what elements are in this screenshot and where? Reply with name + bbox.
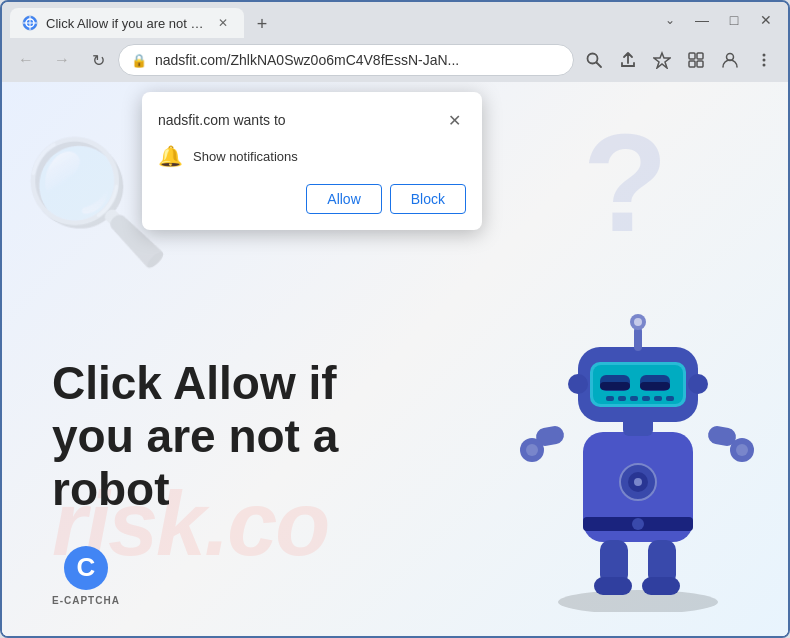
address-bar: ← → ↻ 🔒 nadsfit.com/ZhlkNA0Swz0o6mC4V8fE…: [2, 38, 788, 82]
svg-point-14: [763, 64, 766, 67]
ecaptcha-logo: C E-CAPTCHA: [52, 543, 120, 606]
menu-icon[interactable]: [748, 44, 780, 76]
lock-icon: 🔒: [131, 53, 147, 68]
window-controls: ⌄ — □ ✕: [656, 6, 780, 34]
url-text: nadsfit.com/ZhlkNA0Swz0o6mC4V8fEssN-JaN.…: [155, 52, 561, 68]
bell-icon: 🔔: [158, 144, 183, 168]
popup-close-button[interactable]: ✕: [442, 108, 466, 132]
ecaptcha-label: E-CAPTCHA: [52, 595, 120, 606]
svg-rect-8: [697, 53, 703, 59]
question-watermark: ?: [582, 102, 668, 264]
svg-rect-46: [634, 327, 642, 351]
ecaptcha-icon: C: [61, 543, 111, 593]
block-button[interactable]: Block: [390, 184, 466, 214]
svg-rect-40: [606, 396, 614, 401]
url-bar[interactable]: 🔒 nadsfit.com/ZhlkNA0Swz0o6mC4V8fEssN-Ja…: [118, 44, 574, 76]
svg-point-51: [526, 444, 538, 456]
allow-button[interactable]: Allow: [306, 184, 381, 214]
popup-notification-row: 🔔 Show notifications: [158, 144, 466, 168]
svg-rect-31: [642, 577, 680, 595]
toolbar-icons: [578, 44, 780, 76]
svg-point-27: [632, 518, 644, 530]
new-tab-button[interactable]: +: [248, 10, 276, 38]
bookmark-icon[interactable]: [646, 44, 678, 76]
popup-buttons: Allow Block: [158, 184, 466, 214]
svg-point-50: [688, 374, 708, 394]
svg-rect-10: [697, 61, 703, 67]
svg-point-52: [736, 444, 748, 456]
content-area: 🔍 ? risk.co Click Allow if you are not a…: [2, 82, 788, 636]
svg-text:C: C: [77, 552, 96, 582]
svg-rect-30: [594, 577, 632, 595]
svg-marker-6: [654, 53, 670, 68]
browser-window: Click Allow if you are not a robot ✕ + ⌄…: [0, 0, 790, 638]
popup-title: nadsfit.com wants to: [158, 112, 286, 128]
close-button[interactable]: ✕: [752, 6, 780, 34]
maximize-button[interactable]: □: [720, 6, 748, 34]
svg-rect-44: [654, 396, 662, 401]
robot-svg: [518, 272, 758, 612]
main-heading: Click Allow if you are not a robot: [52, 357, 338, 516]
heading-line1: Click Allow if: [52, 357, 337, 409]
profile-icon[interactable]: [714, 44, 746, 76]
tab-close-button[interactable]: ✕: [214, 14, 232, 32]
extensions-icon[interactable]: [680, 44, 712, 76]
notification-text: Show notifications: [193, 149, 298, 164]
heading-line3: robot: [52, 463, 170, 515]
back-button[interactable]: ←: [10, 44, 42, 76]
tab-title: Click Allow if you are not a robot: [46, 16, 206, 31]
tab-favicon: [22, 15, 38, 31]
chevron-button[interactable]: ⌄: [656, 6, 684, 34]
forward-button[interactable]: →: [46, 44, 78, 76]
search-icon[interactable]: [578, 44, 610, 76]
svg-rect-43: [642, 396, 650, 401]
svg-point-17: [558, 590, 718, 612]
minimize-button[interactable]: —: [688, 6, 716, 34]
svg-point-25: [634, 478, 642, 486]
tab-area: Click Allow if you are not a robot ✕ +: [10, 2, 648, 38]
heading-line2: you are not a: [52, 410, 338, 462]
svg-point-13: [763, 59, 766, 62]
svg-rect-39: [640, 382, 670, 390]
svg-point-12: [763, 54, 766, 57]
reload-button[interactable]: ↻: [82, 44, 114, 76]
svg-rect-45: [666, 396, 674, 401]
svg-rect-9: [689, 61, 695, 67]
svg-rect-7: [689, 53, 695, 59]
share-icon[interactable]: [612, 44, 644, 76]
main-text-block: Click Allow if you are not a robot: [52, 357, 338, 516]
notification-popup: nadsfit.com wants to ✕ 🔔 Show notificati…: [142, 92, 482, 230]
title-bar: Click Allow if you are not a robot ✕ + ⌄…: [2, 2, 788, 38]
svg-point-49: [568, 374, 588, 394]
svg-line-5: [597, 63, 602, 68]
svg-rect-41: [618, 396, 626, 401]
svg-rect-42: [630, 396, 638, 401]
page-background: 🔍 ? risk.co Click Allow if you are not a…: [2, 82, 788, 636]
svg-point-48: [634, 318, 642, 326]
popup-header: nadsfit.com wants to ✕: [158, 108, 466, 132]
active-tab[interactable]: Click Allow if you are not a robot ✕: [10, 8, 244, 38]
svg-rect-38: [600, 382, 630, 390]
robot-illustration: [518, 272, 758, 616]
